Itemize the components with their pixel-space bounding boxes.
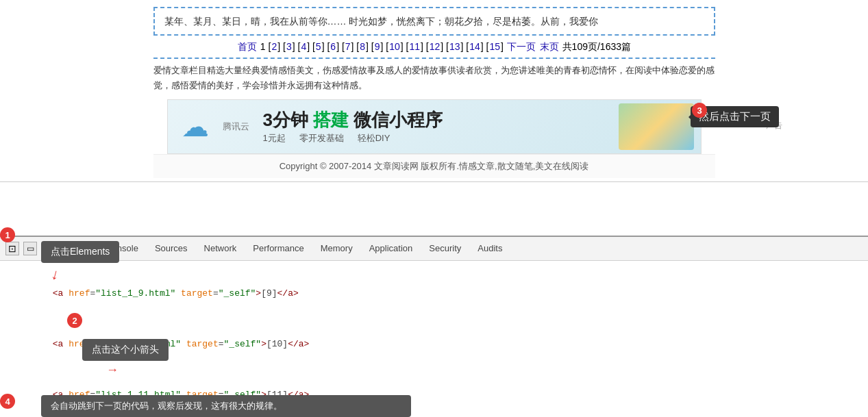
poem-box: 某年、某月、某日，晴，我在从前等你…… 时光如梦，恍然离下；朝花夕拾，尽是枯萎。…	[153, 7, 715, 36]
tab-performance[interactable]: Performance	[245, 239, 312, 259]
page-last[interactable]: 末页	[540, 41, 559, 52]
badge-3: 3	[692, 103, 707, 118]
devtools-icons: ⊡ ▭	[5, 242, 37, 255]
pagination: 首页 1 [2] [3] [4] [5] [6] [7] [8] [9] [10…	[153, 41, 715, 59]
ad-banner: ☁ 腾讯云 3分钟 搭建 微信小程序 1元起 零开发基础 轻松DIY	[167, 99, 702, 154]
tab-security[interactable]: Security	[421, 239, 469, 259]
devtools-toolbar: ⊡ ▭ Elements Console Sources Network Per…	[0, 237, 868, 261]
inspect-icon[interactable]: ⊡	[5, 242, 19, 255]
badge-2: 2	[67, 313, 82, 328]
tab-sources[interactable]: Sources	[147, 239, 196, 259]
ad-logo-text: 腾讯云	[223, 121, 249, 133]
tab-audits[interactable]: Audits	[469, 239, 510, 259]
page-next[interactable]: 下一页	[507, 41, 536, 52]
top-content: 某年、某月、某日，晴，我在从前等你…… 时光如梦，恍然离下；朝花夕拾，尽是枯萎。…	[0, 0, 868, 182]
tab-application[interactable]: Application	[361, 239, 421, 259]
poem-text: 某年、某月、某日，晴，我在从前等你…… 时光如梦，恍然离下；朝花夕拾，尽是枯萎。…	[164, 16, 599, 27]
devtools-panel: ⊡ ▭ Elements Console Sources Network Per…	[0, 236, 868, 417]
description-text: 爱情文章栏目精选大量经典爱情感悟美文，伤感爱情故事及感人的爱情故事供读者欣赏，为…	[153, 63, 715, 93]
ad-main-text: 3分钟 搭建 微信小程序 1元起 零开发基础 轻松DIY	[263, 108, 443, 144]
tooltip-4: 会自动跳到下一页的代码，观察后发现，这有很大的规律。	[41, 395, 411, 417]
device-icon[interactable]: ▭	[23, 242, 37, 255]
tab-memory[interactable]: Memory	[312, 239, 361, 259]
cloud-icon: ☁	[182, 111, 209, 142]
page-total: 共109页/1633篇	[562, 41, 631, 52]
badge-4: 4	[0, 394, 15, 409]
copyright: Copyright © 2007-2014 文章阅读网 版权所有.情感文章,散文…	[153, 154, 715, 178]
code-line: <a href="list_1_9.html" target="_self">[…	[0, 262, 868, 313]
badge-1: 1	[0, 227, 15, 242]
page-first[interactable]: 首页	[238, 41, 257, 52]
tooltip-1: 点击Elements	[41, 241, 119, 263]
tab-network[interactable]: Network	[196, 239, 245, 259]
ad-image	[619, 103, 694, 150]
tooltip-2: 点击这个小箭头	[82, 339, 169, 361]
arrow-2-icon: →	[106, 363, 119, 377]
